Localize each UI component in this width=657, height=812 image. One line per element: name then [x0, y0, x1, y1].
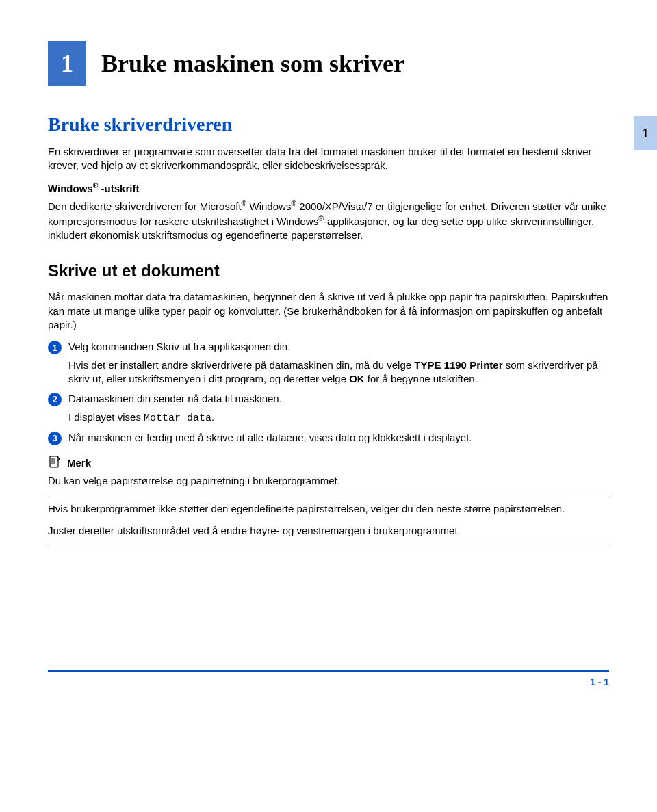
step-2-text: Datamaskinen din sender nå data til mask…	[68, 392, 282, 406]
page-footer: 1 - 1	[48, 670, 609, 687]
step-2-detail: I displayet vises Mottar data.	[68, 410, 609, 425]
step2b-pre: I displayet vises	[68, 411, 144, 423]
section1-body: Den dedikerte skriverdriveren for Micros…	[48, 198, 609, 243]
registered-mark-icon: ®	[291, 199, 296, 207]
step-1-text: Velg kommandoen Skriv ut fra applikasjon…	[68, 340, 290, 354]
step-3-text: Når maskinen er ferdig med å skrive ut a…	[68, 431, 472, 445]
svg-rect-0	[50, 456, 58, 467]
step-bullet-2: 2	[48, 393, 62, 406]
section-tab: 1	[634, 116, 657, 150]
note-line3: Juster deretter utskriftsområdet ved å e…	[48, 524, 609, 538]
step1b-bold1: TYPE 1190 Printer	[414, 359, 502, 371]
step2b-post: .	[211, 411, 214, 423]
note-line2: Hvis brukerprogrammet ikke støtter den e…	[48, 502, 609, 516]
divider	[48, 547, 609, 547]
subhead-suffix: -utskrift	[98, 183, 139, 194]
divider	[48, 495, 609, 495]
step1b-post: for å begynne utskriften.	[365, 373, 478, 384]
note-icon	[48, 455, 62, 471]
section-heading-print-doc: Skrive ut et dokument	[48, 261, 609, 280]
windows-print-subhead: Windows® -utskrift	[48, 181, 609, 194]
step-1: 1 Velg kommandoen Skriv ut fra applikasj…	[48, 340, 609, 354]
page-number: 1 - 1	[590, 677, 609, 687]
step2b-mono: Mottar data	[144, 412, 211, 424]
body-a: Den dedikerte skriverdriveren for Micros…	[48, 200, 242, 212]
step-bullet-1: 1	[48, 341, 62, 354]
note-line1: Du kan velge papirstørrelse og papirretn…	[48, 474, 609, 488]
registered-mark-icon: ®	[318, 214, 324, 222]
chapter-header: 1 Bruke maskinen som skriver	[48, 41, 609, 86]
step-bullet-3: 3	[48, 432, 62, 445]
step1b-pre: Hvis det er installert andre skriverdriv…	[68, 359, 414, 371]
step-3: 3 Når maskinen er ferdig med å skrive ut…	[48, 431, 609, 445]
note-header: Merk	[48, 455, 609, 471]
step-1-detail: Hvis det er installert andre skriverdriv…	[68, 358, 609, 387]
subhead-prefix: Windows	[48, 183, 93, 194]
chapter-number-box: 1	[48, 41, 86, 86]
section-heading-driver: Bruke skriverdriveren	[48, 114, 609, 135]
note-label: Merk	[67, 457, 91, 469]
body-b: Windows	[246, 200, 291, 212]
chapter-title: Bruke maskinen som skriver	[101, 49, 404, 78]
step-2: 2 Datamaskinen din sender nå data til ma…	[48, 392, 609, 406]
section1-intro: En skriverdriver er programvare som over…	[48, 145, 609, 173]
step1b-bold2: OK	[349, 373, 365, 384]
section2-intro: Når maskinen mottar data fra datamaskine…	[48, 290, 609, 332]
